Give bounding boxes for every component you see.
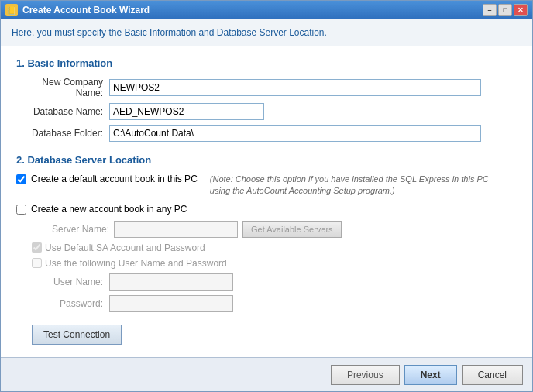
test-connection-button[interactable]: Test Connection	[32, 325, 122, 345]
password-input[interactable]	[109, 295, 233, 312]
section2: 2. Database Server Location Create a def…	[16, 154, 517, 345]
option2-row: Create a new account book in any PC	[16, 204, 517, 215]
use-default-sa-row: Use Default SA Account and Password	[32, 242, 517, 253]
company-name-row: New Company Name:	[16, 77, 517, 98]
get-servers-button[interactable]: Get Available Servers	[242, 221, 342, 238]
password-row: Password:	[32, 295, 517, 312]
database-name-row: Database Name:	[16, 103, 517, 120]
database-folder-input[interactable]	[109, 125, 481, 142]
main-content: 1. Basic Information New Company Name: D…	[1, 46, 532, 357]
option1-note: (Note: Choose this option if you have in…	[210, 174, 504, 198]
window-icon: 📒	[5, 4, 18, 16]
option1-checkbox[interactable]	[16, 174, 26, 184]
option2-label[interactable]: Create a new account book in any PC	[31, 204, 187, 215]
option1-row: Create a default account book in this PC…	[16, 174, 517, 198]
title-bar: 📒 Create Account Book Wizard – □ ✕	[1, 1, 532, 19]
maximize-button[interactable]: □	[498, 4, 512, 16]
previous-button[interactable]: Previous	[331, 365, 400, 385]
use-following-checkbox[interactable]	[32, 258, 42, 268]
use-following-row: Use the following User Name and Password	[32, 258, 517, 269]
database-name-input[interactable]	[109, 103, 264, 120]
server-name-input[interactable]	[114, 221, 238, 238]
username-input[interactable]	[109, 273, 233, 291]
header-text: Here, you must specify the Basic Informa…	[12, 27, 327, 38]
server-name-label: Server Name:	[32, 224, 109, 235]
company-name-input[interactable]	[109, 79, 481, 96]
password-label: Password:	[32, 298, 109, 309]
window-title: Create Account Book Wizard	[22, 5, 483, 15]
minimize-button[interactable]: –	[483, 4, 497, 16]
database-folder-label: Database Folder:	[16, 128, 109, 139]
server-name-row: Server Name: Get Available Servers	[32, 221, 517, 238]
section1-title: 1. Basic Information	[16, 57, 517, 69]
use-default-sa-checkbox[interactable]	[32, 242, 42, 253]
username-row: User Name:	[32, 273, 517, 291]
footer: Previous Next Cancel	[1, 357, 532, 391]
section2-title: 2. Database Server Location	[16, 154, 517, 166]
username-label: User Name:	[32, 277, 109, 287]
close-button[interactable]: ✕	[514, 4, 528, 16]
company-name-label: New Company Name:	[16, 77, 109, 98]
main-window: 📒 Create Account Book Wizard – □ ✕ Here,…	[0, 0, 533, 392]
use-default-sa-label: Use Default SA Account and Password	[45, 242, 205, 253]
database-folder-row: Database Folder:	[16, 125, 517, 142]
option1-label[interactable]: Create a default account book in this PC	[31, 174, 198, 184]
use-following-label: Use the following User Name and Password	[45, 258, 227, 269]
cancel-button[interactable]: Cancel	[462, 365, 523, 385]
option2-checkbox[interactable]	[16, 205, 26, 215]
title-bar-controls: – □ ✕	[483, 4, 528, 16]
database-name-label: Database Name:	[16, 106, 109, 117]
header-info: Here, you must specify the Basic Informa…	[1, 19, 532, 46]
next-button[interactable]: Next	[404, 365, 457, 385]
